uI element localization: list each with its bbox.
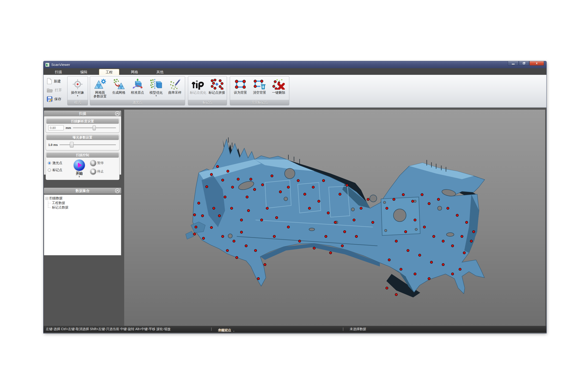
viewport-3d[interactable] — [124, 110, 545, 326]
exposure-slider[interactable] — [59, 142, 117, 147]
resolution-slider-thumb[interactable] — [93, 126, 96, 130]
restore-button[interactable] — [519, 61, 529, 66]
scan-marker — [257, 278, 259, 280]
pause-icon — [90, 160, 96, 166]
mesh-param-settings-button[interactable]: 网格面 参数设置 — [91, 76, 109, 100]
scan-marker — [414, 273, 416, 275]
tree-connector — [48, 201, 51, 205]
new-file-button[interactable]: 新建 — [46, 77, 66, 86]
minimize-button[interactable] — [508, 61, 519, 66]
scan-marker — [198, 202, 200, 204]
tree-item-project-data[interactable]: 工程数据 — [46, 201, 121, 205]
scan-marker — [304, 193, 306, 195]
scan-marker — [279, 190, 282, 193]
scan-marker — [442, 263, 444, 266]
model-optimize-button[interactable]: 模型优化 ▼ — [147, 76, 165, 100]
scan-marker — [402, 194, 405, 196]
exposure-value: 1.0 ms — [48, 143, 58, 146]
marker-optimize-button[interactable]: 标记点优化 — [189, 76, 207, 100]
open-file-label: 打开 — [55, 88, 62, 92]
calibrate-origin-label: 校准原点 — [131, 90, 144, 94]
resolution-input[interactable] — [48, 125, 64, 130]
scan-marker — [308, 207, 311, 210]
save-button[interactable]: 保存 — [46, 94, 66, 104]
scan-marker — [343, 230, 346, 233]
mesh-settings-icon — [94, 78, 106, 90]
title-bar[interactable]: ScanViewer x — [43, 61, 546, 68]
tree-item-scan-data[interactable]: 扫描数据 — [46, 196, 121, 201]
open-file-icon — [47, 88, 53, 93]
save-icon — [47, 96, 52, 102]
scan-marker — [230, 207, 233, 210]
scan-marker — [412, 200, 414, 202]
tree-child-label: 标记点数据 — [52, 206, 68, 210]
delete-all-label: 一键删除 — [272, 90, 285, 94]
open-file-button[interactable]: 打开 — [46, 86, 66, 94]
clear-background-label: 清空背景 — [253, 90, 266, 94]
group-label-background-marker: 背景标记点 — [230, 100, 289, 105]
pause-label: 暂停 — [97, 161, 104, 165]
exposure-section: 曝光参数设置 1.0 ms — [46, 134, 119, 150]
scan-marker — [245, 245, 247, 247]
scan-marker — [260, 219, 263, 221]
generate-mesh-icon — [113, 78, 125, 90]
tab-mesh[interactable]: 网格 — [124, 69, 145, 75]
set-background-button[interactable]: 设为背景 — [232, 76, 249, 100]
group-label-mode: 模式 — [67, 100, 88, 105]
scan-marker — [341, 245, 343, 247]
tab-other[interactable]: 其他 — [150, 69, 170, 75]
scan-marker — [442, 240, 444, 242]
scan-marker — [456, 214, 458, 216]
tree-child-label: 工程数据 — [52, 201, 65, 205]
curvature-sampling-button[interactable]: 曲率采样 — [166, 76, 184, 100]
pause-button[interactable]: 暂停 — [90, 160, 118, 166]
laser-point-radio[interactable]: 激光点 — [48, 161, 68, 165]
exposure-slider-thumb[interactable] — [70, 142, 74, 148]
tab-edit[interactable]: 编辑 — [74, 69, 94, 75]
marker-point-radio[interactable]: 标记点 — [48, 168, 68, 172]
generate-mesh-button[interactable]: 生成网格 — [110, 76, 127, 100]
tab-project[interactable]: 工程 — [99, 69, 119, 75]
calibrate-origin-button[interactable]: 校准原点 — [129, 76, 146, 100]
scan-marker — [271, 175, 273, 177]
scan-marker — [447, 207, 449, 210]
delete-all-button[interactable]: 一键删除 — [270, 76, 287, 100]
scan-marker — [202, 237, 205, 240]
scan-marker — [236, 256, 238, 259]
scan-marker — [430, 261, 433, 263]
resolution-slider[interactable] — [73, 125, 117, 130]
clear-background-button[interactable]: 清空背景 — [251, 76, 268, 100]
scan-marker — [250, 178, 252, 180]
scan-marker — [463, 252, 466, 254]
scan-marker — [388, 259, 390, 261]
app-icon — [45, 63, 49, 67]
resolution-unit: mm — [66, 126, 71, 130]
scan-panel-header: 扫描 — [44, 110, 121, 116]
scan-marker — [459, 268, 461, 270]
collapse-icon[interactable] — [115, 188, 120, 193]
stop-button[interactable]: 停止 — [90, 168, 118, 174]
close-button[interactable]: x — [530, 61, 544, 66]
tree-item-marker-data[interactable]: 标记点数据 — [46, 205, 121, 210]
scan-marker — [339, 193, 341, 195]
tip-icon — [191, 78, 205, 90]
operation-object-button[interactable]: 操作对象 ▼ — [69, 76, 86, 100]
start-label: 开始 — [68, 171, 90, 176]
data-tree: 扫描数据 工程数据 标记点数据 — [44, 194, 121, 255]
resolution-section-title: 扫描解析度设置 — [46, 119, 119, 124]
marker-stitch-button[interactable]: 标记点拼接 — [208, 76, 226, 100]
scan-marker — [386, 207, 388, 210]
ribbon-group-background-marker: 设为背景 清空背景 一键删除 背景标记点 — [230, 76, 289, 106]
scan-marker — [210, 174, 213, 176]
start-scan-button[interactable] — [74, 160, 85, 171]
scan-marker — [247, 210, 250, 212]
group-label-marker: 标记点 — [188, 100, 227, 105]
scan-marker — [372, 221, 374, 224]
collapse-icon[interactable] — [115, 111, 120, 116]
marker-stitch-label: 标记点拼接 — [209, 90, 225, 94]
delete-all-icon — [272, 78, 285, 90]
tree-collapse-icon[interactable] — [46, 197, 48, 200]
start-dropdown-icon[interactable]: ▼ — [68, 176, 90, 178]
tab-scan[interactable]: 扫描 — [48, 69, 68, 75]
scan-marker — [298, 240, 301, 242]
